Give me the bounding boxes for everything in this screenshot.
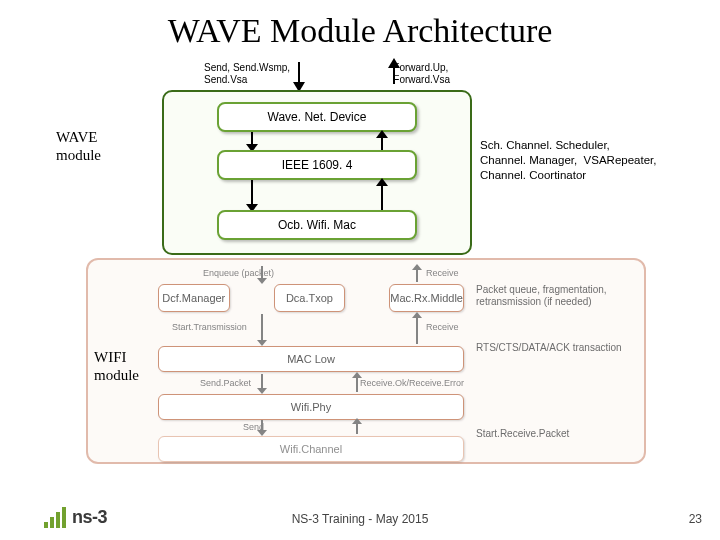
forward-labels: Forward.Up, Forward.Vsa [393,62,450,86]
box-ieee-1609-4: IEEE 1609. 4 [217,150,417,180]
box-wifi-phy: Wifi.Phy [158,394,464,420]
label-send-packet: Send.Packet [200,378,251,388]
note-packet-queue: Packet queue, fragmentation, retransmiss… [476,284,626,308]
wifi-module-label: WIFI module [94,348,139,384]
box-dca-txop: Dca.Txop [274,284,346,312]
wave-module-region: Wave. Net. Device IEEE 1609. 4 Ocb. Wifi… [162,90,472,255]
wifi-top-row: Dcf.Manager Dca.Txop Mac.Rx.Middle [158,284,464,312]
label-start-tx: Start.Transmission [172,322,247,332]
note-rts-cts: RTS/CTS/DATA/ACK transaction [476,342,626,354]
arrow-down-icon [247,180,257,210]
box-mac-rx-middle: Mac.Rx.Middle [389,284,464,312]
arrows-1609-ocb [217,180,417,210]
wifi-module-region: Enqueue (packet) Receive Dcf.Manager Dca… [86,258,646,464]
forward-arrow-group: Forward.Up, Forward.Vsa [389,62,450,86]
box-wave-net-device: Wave. Net. Device [217,102,417,132]
footer-center: NS-3 Training - May 2015 [0,512,720,526]
arrow-up-icon [413,266,421,282]
send-labels: Send, Send.Wsmp, Send.Vsa [204,62,290,86]
arrow-down-icon [258,266,266,282]
arrow-down-icon [258,420,266,434]
box-wifi-channel: Wifi.Channel [158,436,464,462]
wave-side-note: Sch. Channel. Scheduler, Channel. Manage… [480,138,700,183]
send-arrow-group: Send, Send.Wsmp, Send.Vsa [204,62,294,86]
box-ocb-wifi-mac: Ocb. Wifi. Mac [217,210,417,240]
label-receive-mid: Receive [426,322,459,332]
label-receive-phy: Receive.Ok/Receive.Error [360,378,464,388]
label-receive-top: Receive [426,268,459,278]
box-dcf-manager: Dcf.Manager [158,284,230,312]
arrow-down-icon [247,132,257,150]
arrow-down-icon [258,314,266,344]
arrow-up-icon [413,314,421,344]
arrow-up-icon [353,374,361,392]
slide-title: WAVE Module Architecture [0,12,720,50]
arrows-netdevice-1609 [217,132,417,150]
arrow-up-icon [377,132,387,150]
arrow-down-icon [258,374,266,392]
arrow-up-icon [353,420,361,434]
label-start-receive: Start.Receive.Packet [476,428,626,440]
page-number: 23 [689,512,702,526]
box-mac-low: MAC Low [158,346,464,372]
arrow-up-icon [377,180,387,210]
wave-module-label: WAVE module [56,128,101,164]
